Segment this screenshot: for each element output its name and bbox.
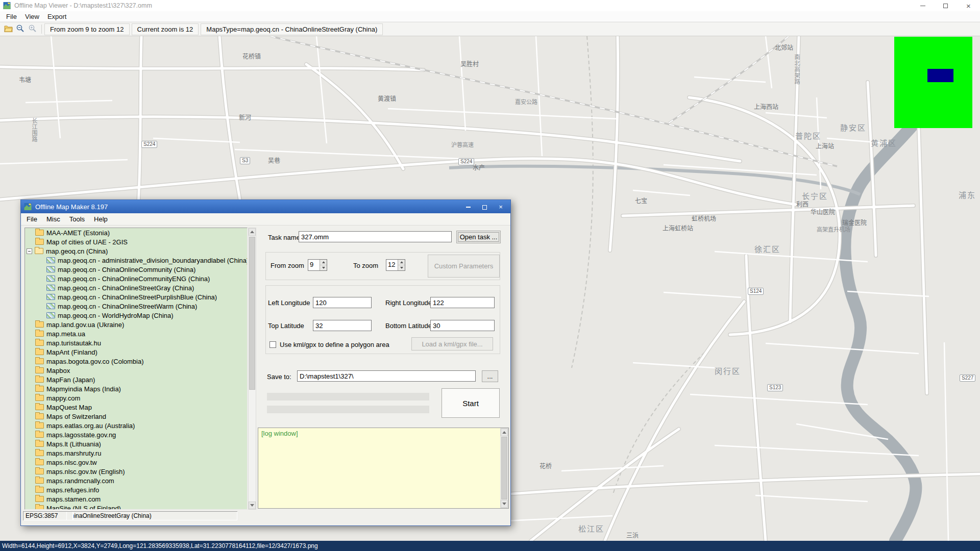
zoom-in-button[interactable] — [27, 23, 39, 35]
map-source-tree[interactable]: MAA-AMET (Estonia) Map of cities of UAE … — [24, 228, 248, 510]
right-longitude-input[interactable] — [430, 297, 495, 308]
menu-item[interactable]: Export — [43, 13, 71, 20]
zoom-range-label: From zoom 9 to zoom 12 — [44, 23, 130, 35]
map-label: 闵行区 — [715, 365, 741, 376]
road-shield: S227 — [960, 374, 975, 382]
save-to-input[interactable] — [297, 370, 476, 382]
tree-scrollbar-thumb[interactable] — [249, 237, 255, 390]
kml-checkbox[interactable] — [270, 341, 276, 348]
app-window: Offline Map Viewer - D:\mapstest1\327\32… — [0, 0, 980, 551]
top-latitude-input[interactable] — [313, 320, 372, 331]
tree-item-label: maps.refuges.info — [46, 486, 99, 494]
tree-item[interactable]: MAA-AMET (Estonia) — [25, 228, 247, 237]
to-zoom-value[interactable]: 12 — [386, 260, 398, 270]
tree-expander-icon[interactable] — [27, 248, 32, 254]
spin-up-icon[interactable] — [320, 260, 327, 265]
tree-folder-icon — [46, 285, 55, 291]
browse-button[interactable]: ... — [482, 370, 498, 382]
tree-item-label: maps.nlsc.gov.tw — [46, 459, 97, 466]
menu-item[interactable]: View — [21, 13, 43, 20]
tree-item[interactable]: maps.marshruty.ru — [25, 448, 247, 458]
from-zoom-value[interactable]: 9 — [308, 260, 320, 270]
tree-item[interactable]: map.geoq.cn - ChinaOnlineStreetWarm (Chi… — [25, 302, 247, 311]
log-scrollbar[interactable] — [500, 428, 508, 508]
map-label: 吴胜村 — [460, 59, 479, 68]
tree-item[interactable]: map.geoq.cn - WorldHydroMap (China) — [25, 311, 247, 320]
tree-item[interactable]: Mapbox — [25, 366, 247, 375]
tree-item[interactable]: maps.randmcnally.com — [25, 476, 247, 485]
tree-scrollbar-track[interactable] — [249, 236, 256, 502]
scroll-down-icon[interactable] — [501, 500, 508, 508]
open-folder-button[interactable] — [2, 23, 14, 35]
bottom-latitude-input[interactable] — [430, 320, 495, 331]
custom-parameters-button[interactable]: Custom Parameters — [428, 255, 500, 278]
tree-folder-icon — [35, 404, 44, 410]
scroll-up-icon[interactable] — [249, 228, 256, 236]
task-name-input[interactable] — [299, 231, 452, 242]
maximize-button[interactable] — [934, 0, 957, 11]
tree-item[interactable]: maps.refuges.info — [25, 485, 247, 494]
menu-item[interactable]: File — [2, 13, 21, 20]
to-zoom-input[interactable]: 12 — [386, 259, 405, 271]
tree-item[interactable]: map.geoq.cn - ChinaOnlineCommunityENG (C… — [25, 274, 247, 283]
tree-item[interactable]: Maps of Switzerland — [25, 412, 247, 421]
dialog-menu-item[interactable]: File — [22, 215, 42, 223]
dialog-minimize-button[interactable] — [463, 203, 473, 211]
tree-item[interactable]: Maps.lt (Lithuania) — [25, 439, 247, 448]
dialog-close-button[interactable]: × — [496, 203, 505, 211]
open-task-button[interactable]: Open task ... — [456, 231, 501, 243]
tree-item[interactable]: maps.lagosstate.gov.ng — [25, 430, 247, 439]
scroll-up-icon[interactable] — [501, 429, 508, 436]
dialog-menu-item[interactable]: Misc — [42, 215, 65, 223]
map-label: 三浜 — [626, 531, 639, 539]
tree-item-label: map.geoq.cn - administrative_division_bo… — [58, 257, 247, 264]
tree-scrollbar[interactable] — [248, 228, 256, 510]
spin-up-icon[interactable] — [398, 260, 405, 265]
from-zoom-input[interactable]: 9 — [308, 259, 327, 271]
tree-item[interactable]: maps.nlsc.gov.tw — [25, 458, 247, 467]
dialog-menu-item[interactable]: Tools — [65, 215, 89, 223]
dialog-titlebar[interactable]: Offline Map Maker 8.197 × — [21, 200, 510, 213]
from-zoom-spinner[interactable] — [320, 260, 327, 270]
tree-item[interactable]: maps.stamen.com — [25, 494, 247, 504]
tree-item[interactable]: MapSite (NLS of Finland) — [25, 504, 247, 510]
tree-item[interactable]: Map of cities of UAE - 2GIS — [25, 237, 247, 246]
start-button[interactable]: Start — [442, 388, 500, 418]
to-zoom-spinner[interactable] — [398, 260, 405, 270]
tree-item[interactable]: mapas.bogota.gov.co (Colombia) — [25, 357, 247, 366]
left-longitude-input[interactable] — [313, 297, 372, 308]
road-shield: S224 — [458, 158, 474, 165]
tree-item-label: map.geoq.cn - ChinaOnlineCommunityENG (C… — [58, 275, 210, 283]
spin-down-icon[interactable] — [320, 265, 327, 270]
tree-item[interactable]: MapQuest Map — [25, 403, 247, 412]
spin-down-icon[interactable] — [398, 265, 405, 270]
log-scrollbar-thumb[interactable] — [501, 437, 507, 499]
close-button[interactable]: × — [957, 0, 980, 11]
tree-item[interactable]: map.land.gov.ua (Ukraine) — [25, 320, 247, 329]
tree-item[interactable]: map.meta.ua — [25, 329, 247, 338]
tree-item[interactable]: map.geoq.cn - ChinaOnlineCommunity (Chin… — [25, 265, 247, 274]
tree-item[interactable]: Mapmyindia Maps (India) — [25, 384, 247, 393]
load-kml-button[interactable]: Load a kml/gpx file... — [411, 337, 493, 350]
scroll-down-icon[interactable] — [249, 502, 256, 509]
dialog-menu-item[interactable]: Help — [89, 215, 112, 223]
tree-item[interactable]: map.turistautak.hu — [25, 338, 247, 347]
offline-map-maker-dialog: Offline Map Maker 8.197 × FileMiscToolsH… — [20, 199, 511, 526]
tree-item[interactable]: map.geoq.cn - administrative_division_bo… — [25, 256, 247, 265]
tree-item[interactable]: mappy.com — [25, 393, 247, 403]
dialog-maximize-button[interactable] — [480, 203, 489, 211]
minimize-button[interactable] — [911, 0, 934, 11]
tree-item[interactable]: MapFan (Japan) — [25, 375, 247, 384]
log-scrollbar-track[interactable] — [501, 436, 508, 500]
tree-item[interactable]: map.geoq.cn - ChinaOnlineStreetGray (Chi… — [25, 283, 247, 292]
tree-item[interactable]: map.geoq.cn (China) — [25, 246, 247, 256]
tree-item[interactable]: maps.eatlas.org.au (Australia) — [25, 421, 247, 430]
tree-item[interactable]: maps.nlsc.gov.tw (English) — [25, 467, 247, 476]
map-label: 七宝 — [635, 196, 647, 205]
tree-item[interactable]: MapAnt (Finland) — [25, 347, 247, 357]
zoom-out-button[interactable] — [14, 23, 27, 35]
log-window[interactable]: [log window] — [258, 428, 509, 509]
map-label: 长江围路 — [30, 118, 38, 142]
tree-item[interactable]: map.geoq.cn - ChinaOnlineStreetPurplishB… — [25, 292, 247, 302]
downloaded-tiles-marker — [927, 69, 953, 82]
